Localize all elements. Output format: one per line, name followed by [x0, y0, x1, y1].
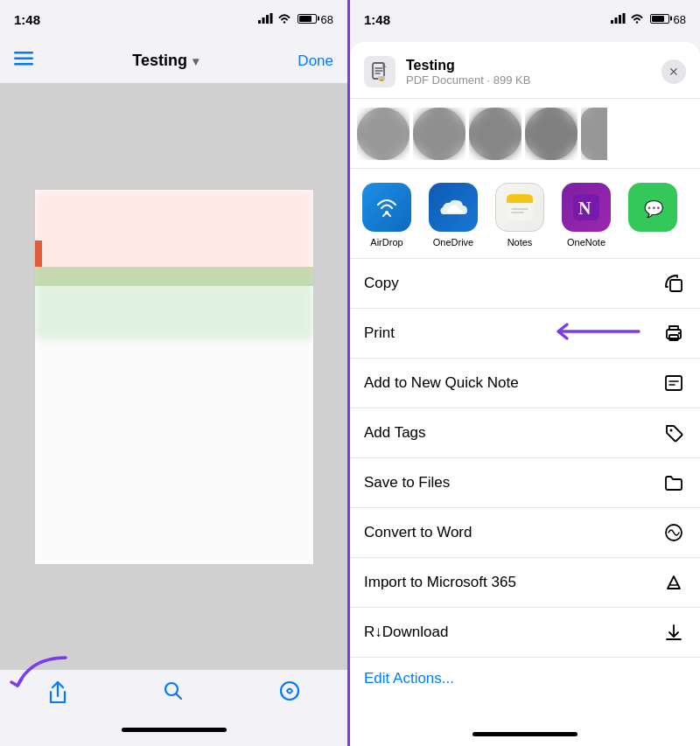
doc-preview — [34, 189, 314, 565]
share-file-title: Testing — [406, 58, 651, 73]
app-item-onenote[interactable]: N OneNote — [560, 183, 612, 248]
svg-rect-5 — [14, 52, 33, 54]
action-import-365[interactable]: Import to Microsoft 365 — [350, 558, 700, 608]
left-status-icons: 68 — [258, 13, 333, 26]
nav-title[interactable]: Testing ▾ — [132, 52, 199, 70]
quick-note-icon — [662, 371, 686, 395]
home-indicator-left — [122, 728, 227, 732]
action-convert-word[interactable]: Convert to Word — [350, 508, 700, 558]
svg-point-30 — [670, 429, 673, 432]
done-button[interactable]: Done — [298, 52, 333, 70]
svg-rect-29 — [666, 376, 682, 390]
chevron-down-icon: ▾ — [192, 54, 199, 68]
svg-point-9 — [281, 682, 298, 700]
import-365-icon — [662, 570, 686, 595]
action-download[interactable]: R↓Download — [350, 608, 700, 658]
right-panel: 1:48 68 — [350, 0, 700, 746]
home-indicator-right — [472, 732, 578, 736]
action-copy[interactable]: Copy — [350, 259, 700, 309]
doc-area — [0, 84, 347, 669]
svg-rect-6 — [14, 58, 33, 60]
left-nav-bar: Testing ▾ Done — [0, 38, 347, 84]
onedrive-label: OneDrive — [433, 237, 473, 248]
print-icon — [662, 321, 686, 345]
right-time: 1:48 — [364, 12, 390, 27]
right-wifi-icon — [630, 13, 644, 26]
svg-rect-13 — [622, 13, 625, 24]
contacts-row — [350, 99, 700, 169]
svg-rect-25 — [670, 280, 682, 291]
share-header-text: Testing PDF Document · 899 KB — [406, 58, 651, 87]
share-sheet: 🔒 Testing PDF Document · 899 KB ✕ — [350, 42, 700, 746]
svg-rect-3 — [270, 13, 272, 24]
share-file-subtitle: PDF Document · 899 KB — [406, 73, 651, 87]
action-edit-actions[interactable]: Edit Actions... — [350, 658, 700, 700]
app-item-notes[interactable]: Notes — [494, 183, 546, 248]
share-header: 🔒 Testing PDF Document · 899 KB ✕ — [350, 42, 700, 99]
print-arrow-annotation — [542, 318, 648, 348]
doc-red-stripe — [35, 241, 42, 267]
edit-actions-label: Edit Actions... — [364, 670, 454, 687]
search-button[interactable] — [163, 680, 184, 701]
save-files-icon — [662, 471, 686, 495]
action-list: Copy Print — [350, 259, 700, 722]
onedrive-icon — [429, 183, 478, 232]
contact-avatar-5 — [581, 108, 607, 160]
print-label: Print — [364, 324, 395, 342]
add-tags-icon — [662, 421, 686, 445]
svg-rect-1 — [262, 17, 264, 24]
convert-word-icon — [662, 520, 686, 545]
battery-percent: 68 — [321, 13, 333, 26]
airdrop-icon — [362, 183, 411, 232]
svg-rect-10 — [611, 20, 613, 24]
contact-avatar-1 — [357, 108, 410, 160]
contact-avatar-3 — [469, 108, 522, 160]
svg-rect-7 — [14, 63, 33, 66]
close-button[interactable]: ✕ — [662, 59, 686, 84]
action-print[interactable]: Print — [350, 309, 700, 359]
copy-icon — [662, 271, 686, 296]
convert-word-label: Convert to Word — [364, 524, 472, 541]
wifi-icon — [277, 13, 291, 26]
right-status-icons: 68 — [611, 13, 686, 26]
copy-label: Copy — [364, 275, 399, 292]
svg-rect-2 — [266, 15, 269, 24]
action-quick-note[interactable]: Add to New Quick Note — [350, 359, 700, 408]
onenote-label: OneNote — [567, 237, 606, 248]
apps-row: AirDrop OneDrive — [350, 169, 700, 259]
contact-avatar-2 — [413, 108, 466, 160]
right-battery-percent: 68 — [674, 13, 686, 26]
contact-avatar-4 — [525, 108, 578, 160]
svg-rect-11 — [614, 17, 617, 24]
action-add-tags[interactable]: Add Tags — [350, 408, 700, 458]
left-time: 1:48 — [14, 12, 40, 27]
app-item-partial[interactable]: 💬 — [626, 183, 679, 232]
svg-text:N: N — [578, 199, 592, 218]
right-home-indicator — [350, 722, 700, 746]
save-files-label: Save to Files — [364, 474, 450, 492]
action-save-files[interactable]: Save to Files — [350, 458, 700, 508]
svg-text:🔒: 🔒 — [379, 76, 385, 82]
airdrop-label: AirDrop — [370, 237, 402, 248]
notes-label: Notes — [508, 237, 533, 248]
markup-button[interactable] — [279, 680, 300, 701]
left-bottom-toolbar — [0, 669, 347, 746]
notes-icon — [495, 183, 544, 232]
quick-note-label: Add to New Quick Note — [364, 374, 519, 392]
app-item-onedrive[interactable]: OneDrive — [427, 183, 480, 248]
import-365-label: Import to Microsoft 365 — [364, 574, 516, 591]
hamburger-icon[interactable] — [14, 52, 33, 70]
signal-icon — [258, 13, 273, 26]
file-icon: 🔒 — [364, 56, 396, 87]
arrow-annotation — [4, 649, 83, 701]
svg-rect-12 — [619, 15, 621, 24]
app-item-airdrop[interactable]: AirDrop — [360, 183, 413, 248]
add-tags-label: Add Tags — [364, 424, 426, 442]
right-battery — [648, 13, 669, 26]
svg-rect-20 — [507, 199, 533, 203]
svg-rect-27 — [669, 335, 678, 340]
svg-point-28 — [678, 332, 680, 334]
left-status-bar: 1:48 68 — [0, 0, 347, 38]
doc-content-blur — [35, 190, 313, 564]
nav-title-text: Testing — [132, 52, 187, 70]
